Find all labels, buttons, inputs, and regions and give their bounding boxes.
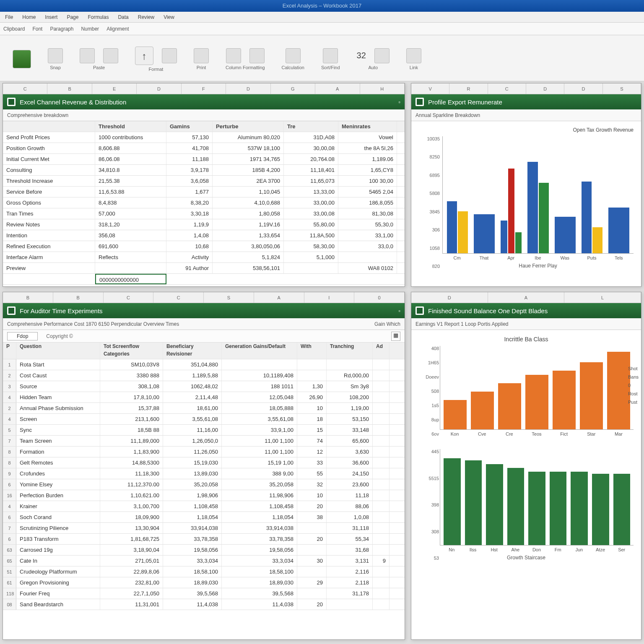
cell[interactable] <box>284 263 338 273</box>
cell[interactable] <box>373 436 390 446</box>
colhdr[interactable]: S <box>204 292 254 303</box>
cell[interactable]: 2,11,4,48 <box>163 392 222 402</box>
cell[interactable] <box>327 359 373 370</box>
cell[interactable]: 33,3,034 <box>222 556 297 566</box>
cell[interactable]: 11,00 1,100 <box>222 447 297 457</box>
cell[interactable]: 691,600 <box>95 241 166 252</box>
cell[interactable]: 11,18 <box>327 490 373 501</box>
cell[interactable]: 3,80,050,06 <box>213 241 284 252</box>
cell[interactable]: 08 <box>3 599 16 610</box>
cell[interactable]: Team Screen <box>16 436 100 446</box>
cell[interactable]: 38 <box>297 512 327 522</box>
cell[interactable]: 11,18,401 <box>284 165 338 175</box>
cell[interactable]: Sm 3y8 <box>327 381 373 392</box>
cell[interactable]: 33,9,1,00 <box>222 425 297 435</box>
cell[interactable] <box>297 566 327 577</box>
cell[interactable]: Krainer <box>16 501 100 512</box>
cell[interactable]: Crofundes <box>16 468 100 479</box>
cell[interactable]: Annual Phase Submission <box>16 403 100 413</box>
cell[interactable]: 3,131 <box>327 556 373 566</box>
cell[interactable]: 23,600 <box>327 479 373 490</box>
cell[interactable]: 33,148 <box>327 425 373 435</box>
tab-number[interactable]: Number <box>81 26 99 32</box>
cell[interactable] <box>373 577 390 588</box>
cell[interactable]: Carrosed 19g <box>16 545 100 555</box>
colhdr[interactable]: D <box>137 83 181 94</box>
cell[interactable]: Vowel <box>338 132 397 143</box>
cell[interactable]: 2 <box>3 370 16 381</box>
cell[interactable]: 8,38,20 <box>166 197 213 208</box>
tab-paragraph[interactable]: Paragraph <box>50 26 73 32</box>
cell[interactable]: 91 Author <box>166 263 213 273</box>
col-header[interactable]: With <box>297 343 327 359</box>
file-button-icon[interactable] <box>13 50 31 68</box>
cell[interactable]: 10,1189,408 <box>222 370 297 381</box>
cell[interactable]: Cate In <box>16 556 100 566</box>
cell[interactable]: 33,3,034 <box>163 556 222 566</box>
cell[interactable] <box>373 425 390 435</box>
colhdr[interactable]: D <box>411 292 488 303</box>
cell[interactable]: 18,58,100 <box>222 566 297 577</box>
cell[interactable]: 11,65,073 <box>284 176 338 186</box>
menu-file[interactable]: File <box>3 13 15 21</box>
cell[interactable]: 74 <box>297 436 327 446</box>
cell[interactable]: 100 30,00 <box>338 176 397 186</box>
cell[interactable]: 11,6,53.88 <box>95 187 166 197</box>
cell[interactable]: 2,116 <box>327 566 373 577</box>
cell[interactable]: 1,189,5,88 <box>163 370 222 381</box>
cell[interactable] <box>373 566 390 577</box>
cell[interactable]: 1062,48,02 <box>163 381 222 392</box>
cell[interactable]: Tran Times <box>3 208 95 219</box>
cell[interactable]: 11,12,370.00 <box>100 479 163 490</box>
cell[interactable]: 58,30,00 <box>284 241 338 252</box>
cell[interactable]: Preview <box>3 263 95 273</box>
col-header[interactable]: Ad <box>373 343 390 359</box>
cell[interactable]: Cost Caust <box>16 370 100 381</box>
cell[interactable]: 8 <box>3 457 16 468</box>
cell[interactable] <box>373 512 390 522</box>
cell[interactable]: 15,19 1,00 <box>222 457 297 468</box>
cell[interactable]: 11,188 <box>166 154 213 164</box>
cell[interactable]: 537W 18,100 <box>213 143 284 153</box>
col-header[interactable]: P <box>3 343 16 359</box>
colhdr[interactable]: R <box>449 83 488 94</box>
col-header[interactable]: Tot Screenflow Categories <box>100 343 163 359</box>
cell[interactable] <box>373 599 390 610</box>
cell[interactable]: 1,19V.16 <box>213 219 284 230</box>
cell[interactable] <box>297 370 327 381</box>
cell[interactable]: 8 <box>3 447 16 457</box>
calc-icon[interactable] <box>286 48 301 63</box>
colhdr[interactable]: C <box>3 83 47 94</box>
cell[interactable]: 57,130 <box>166 132 213 143</box>
col-header[interactable]: Tranching <box>327 343 373 359</box>
chart1-area[interactable]: Open Tax Growth Revenue 1003582506895580… <box>411 121 641 273</box>
cell[interactable]: 11,4,038 <box>222 599 297 610</box>
cell[interactable]: 271,05,01 <box>100 556 163 566</box>
cell[interactable]: 10 <box>297 403 327 413</box>
cell[interactable]: P183 Transform <box>16 534 100 544</box>
cell[interactable] <box>373 490 390 501</box>
cell[interactable]: 356,08 <box>95 230 166 241</box>
cell[interactable]: 55,30,0 <box>338 219 397 230</box>
cell[interactable]: 11,4,038 <box>163 599 222 610</box>
colhdr[interactable]: D <box>226 83 270 94</box>
colhdr[interactable]: S <box>603 83 641 94</box>
cell[interactable]: 308,1,08 <box>100 381 163 392</box>
cell[interactable]: 24,150 <box>327 468 373 479</box>
menu-view[interactable]: View <box>162 13 176 21</box>
cell[interactable]: Source <box>16 381 100 392</box>
cell[interactable]: 1,108,458 <box>222 501 297 512</box>
cell[interactable]: 21,55.38 <box>95 176 166 186</box>
cell[interactable]: 33 <box>297 457 327 468</box>
colhdr[interactable]: C <box>104 292 154 303</box>
cell[interactable]: 4 <box>3 392 16 402</box>
cell[interactable] <box>297 545 327 555</box>
cell[interactable]: 31,178 <box>327 588 373 599</box>
cell[interactable] <box>373 447 390 457</box>
tab-clipboard[interactable]: Clipboard <box>3 26 25 32</box>
cell[interactable]: 9 <box>3 468 16 479</box>
cell[interactable]: 15,19,030 <box>163 457 222 468</box>
cell[interactable]: 1,26,050,0 <box>163 436 222 446</box>
cell[interactable] <box>373 523 390 533</box>
cell[interactable]: 19,58,056 <box>163 545 222 555</box>
